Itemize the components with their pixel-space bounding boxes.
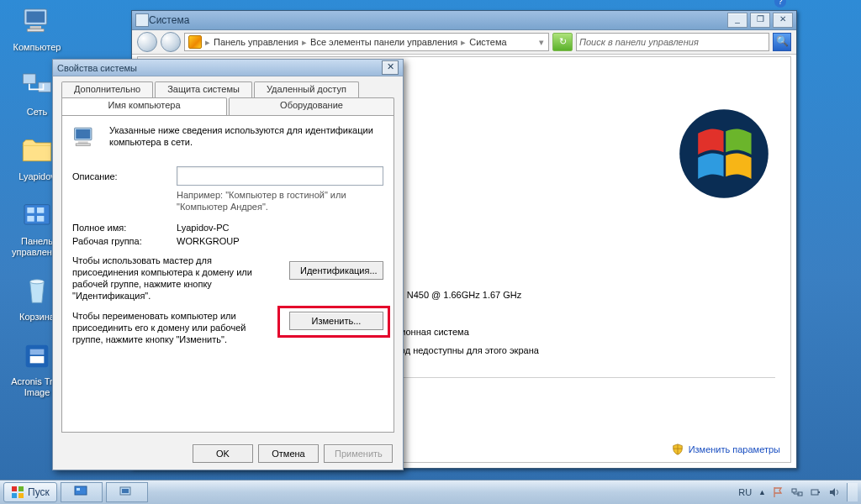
tab-computer-name[interactable]: Имя компьютера xyxy=(61,97,227,115)
tray-power-icon[interactable] xyxy=(810,486,821,498)
svg-rect-27 xyxy=(122,489,129,493)
breadcrumb-icon xyxy=(188,35,202,49)
apply-button[interactable]: Применить xyxy=(324,444,393,463)
svg-rect-20 xyxy=(12,486,17,491)
system-properties-dialog: Свойства системы ✕ Дополнительно Защита … xyxy=(52,59,404,470)
folder-icon xyxy=(18,134,55,168)
svg-rect-8 xyxy=(37,207,44,213)
search-placeholder: Поиск в панели управления xyxy=(579,37,766,47)
forward-button[interactable] xyxy=(161,32,181,52)
svg-rect-25 xyxy=(77,488,80,491)
svg-rect-30 xyxy=(811,490,818,495)
change-settings-link[interactable]: Изменить параметры xyxy=(672,444,780,455)
network-icon xyxy=(18,70,55,103)
window-title: Система xyxy=(149,14,189,26)
tab-protection[interactable]: Защита системы xyxy=(155,81,252,98)
svg-rect-1 xyxy=(27,12,45,23)
windows-flag-icon xyxy=(11,486,24,499)
cancel-button[interactable]: Отмена xyxy=(258,444,319,463)
start-label: Пуск xyxy=(28,486,50,498)
desktop-icon-label: Lyapidov xyxy=(18,171,55,182)
description-input[interactable] xyxy=(177,166,383,186)
taskbar-item-system[interactable] xyxy=(61,482,103,502)
tab-content: Указанные ниже сведения используются для… xyxy=(61,115,394,433)
breadcrumb-seg[interactable]: Все элементы панели управления xyxy=(310,37,457,47)
svg-point-15 xyxy=(679,109,769,198)
change-button[interactable]: Изменить... xyxy=(289,312,383,330)
computer-icon xyxy=(18,5,55,39)
desktop: Компьютер Сеть Lyapidov Панель управлени… xyxy=(0,0,861,504)
fullname-label: Полное имя: xyxy=(72,223,177,233)
recycle-bin-icon xyxy=(18,275,55,308)
taskbar-item-properties[interactable] xyxy=(106,482,148,502)
shield-icon xyxy=(672,444,684,455)
svg-rect-19 xyxy=(76,144,90,146)
dialog-close-button[interactable]: ✕ xyxy=(382,60,399,75)
breadcrumb-seg[interactable]: Панель управления xyxy=(214,37,298,47)
windows-logo-icon xyxy=(678,108,770,200)
svg-rect-14 xyxy=(30,349,45,355)
control-panel-icon xyxy=(18,199,55,233)
breadcrumb-seg[interactable]: Система xyxy=(469,37,506,47)
description-example: Например: "Компьютер в гостиной" или "Ко… xyxy=(177,189,383,213)
tab-hardware[interactable]: Оборудование xyxy=(229,97,394,115)
desktop-icon-label: Корзина xyxy=(19,312,55,323)
svg-rect-23 xyxy=(18,493,24,498)
refresh-button[interactable]: ↻ xyxy=(552,33,573,51)
dialog-footer: OK Отмена Применить xyxy=(53,438,403,470)
svg-rect-7 xyxy=(27,207,34,213)
start-button[interactable]: Пуск xyxy=(3,482,57,502)
show-desktop-button[interactable] xyxy=(847,483,858,501)
tray-volume-icon[interactable] xyxy=(828,486,840,498)
svg-rect-28 xyxy=(792,489,796,492)
taskbar: Пуск RU ▲ xyxy=(0,480,861,504)
back-button[interactable] xyxy=(137,32,157,52)
svg-rect-3 xyxy=(27,29,44,31)
window-icon xyxy=(135,13,149,27)
fullname-value: Lyapidov-PC xyxy=(177,223,230,233)
search-go-button[interactable]: 🔍 xyxy=(773,33,791,51)
search-input[interactable]: Поиск в панели управления xyxy=(576,33,769,51)
workgroup-label: Рабочая группа: xyxy=(72,236,177,246)
navigation-row: ▸ Панель управления ▸ Все элементы панел… xyxy=(132,30,796,55)
system-titlebar[interactable]: Система _ ❐ ✕ xyxy=(132,11,796,30)
svg-rect-17 xyxy=(76,129,90,139)
dialog-title: Свойства системы xyxy=(57,63,137,73)
dialog-titlebar[interactable]: Свойства системы ✕ xyxy=(53,60,403,76)
identification-hint: Чтобы использовать мастер для присоедине… xyxy=(72,255,257,302)
minimize-button[interactable]: _ xyxy=(727,13,747,28)
maximize-button[interactable]: ❐ xyxy=(750,13,770,28)
desktop-icon-label: Компьютер xyxy=(13,42,61,53)
help-icon[interactable]: ? xyxy=(774,0,786,8)
desktop-icon-label: Сеть xyxy=(27,107,47,118)
system-tray: RU ▲ xyxy=(738,486,840,498)
change-settings-label: Изменить параметры xyxy=(689,444,780,454)
svg-rect-2 xyxy=(30,26,41,29)
svg-point-11 xyxy=(30,280,45,284)
tab-row-bottom: Имя компьютера Оборудование xyxy=(61,97,394,115)
desktop-icon-computer[interactable]: Компьютер xyxy=(7,5,67,53)
acronis-icon xyxy=(18,339,55,373)
workgroup-value: WORKGROUP xyxy=(177,236,240,246)
tray-network-icon[interactable] xyxy=(791,486,803,498)
identification-button[interactable]: Идентификация... xyxy=(289,261,383,280)
intro-text: Указанные ниже сведения используются для… xyxy=(109,124,383,155)
svg-rect-4 xyxy=(23,74,35,84)
change-hint: Чтобы переименовать компьютер или присое… xyxy=(72,310,257,345)
close-button[interactable]: ✕ xyxy=(773,13,793,28)
tab-row-top: Дополнительно Защита системы Удаленный д… xyxy=(61,81,394,98)
svg-rect-21 xyxy=(18,486,24,491)
tab-advanced[interactable]: Дополнительно xyxy=(61,81,153,98)
tray-chevron-icon[interactable]: ▲ xyxy=(758,488,766,496)
svg-rect-9 xyxy=(27,216,34,222)
dialog-body: Дополнительно Защита системы Удаленный д… xyxy=(61,81,394,433)
svg-rect-13 xyxy=(30,356,45,363)
breadcrumb[interactable]: ▸ Панель управления ▸ Все элементы панел… xyxy=(184,33,549,51)
tab-remote[interactable]: Удаленный доступ xyxy=(254,81,359,98)
svg-rect-31 xyxy=(818,491,820,493)
computer-small-icon xyxy=(72,124,101,155)
ok-button[interactable]: OK xyxy=(193,444,253,463)
language-indicator[interactable]: RU xyxy=(738,487,752,497)
description-label: Описание: xyxy=(72,171,177,181)
tray-flag-icon[interactable] xyxy=(773,486,784,498)
